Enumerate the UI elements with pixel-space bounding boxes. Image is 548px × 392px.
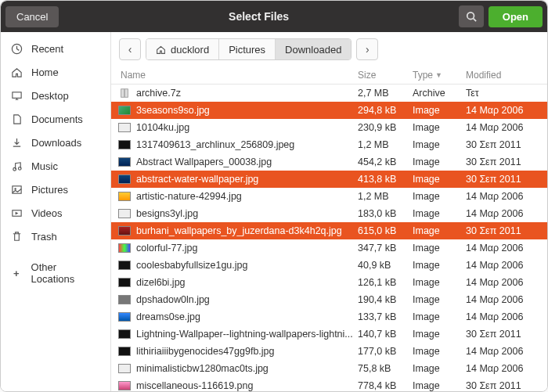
file-row[interactable]: dizel6bi.jpg126,1 kBImage14 Μαρ 2006	[111, 274, 547, 291]
file-row[interactable]: besigns3yl.jpg183,0 kBImage14 Μαρ 2006	[111, 205, 547, 222]
file-name: 10104ku.jpg	[136, 122, 358, 133]
file-list[interactable]: archive.7z2,7 MBArchiveΤετ3seasons9so.jp…	[111, 85, 547, 392]
file-row[interactable]: dpshadow0ln.jpg190,4 kBImage14 Μαρ 2006	[111, 291, 547, 308]
file-name: miscellaneous-116619.png	[136, 380, 358, 391]
file-name: 1317409613_archlinux_256809.jpeg	[136, 139, 358, 150]
file-size: 454,2 kB	[358, 156, 413, 167]
column-name[interactable]: Name	[117, 70, 358, 81]
window-title: Select Files	[59, 10, 458, 23]
file-row[interactable]: Lightning-Wallpaper--lightning-wallpaper…	[111, 325, 547, 343]
sidebar-item-documents[interactable]: Documents	[1, 107, 110, 131]
desktop-icon	[10, 89, 23, 102]
file-row[interactable]: burhani_wallpapers_by_juzerdana-d3k4h2q.…	[111, 222, 547, 239]
svg-point-0	[467, 13, 474, 20]
file-type: Image	[413, 380, 466, 391]
column-modified[interactable]: Modified	[466, 70, 536, 81]
file-type: Archive	[413, 88, 466, 99]
sidebar-item-label: Music	[31, 160, 58, 172]
file-row[interactable]: minimalisticbw1280mac0ts.jpg75,8 kBImage…	[111, 360, 547, 377]
sidebar-item-other-locations[interactable]: + Other Locations	[1, 256, 110, 290]
file-icon	[117, 156, 132, 167]
crumb-downloaded[interactable]: Downloaded	[276, 39, 351, 59]
file-row[interactable]: lithiriaiiibygenocides47gg9fb.jpg177,0 k…	[111, 343, 547, 360]
sidebar-item-trash[interactable]: Trash	[1, 225, 110, 248]
file-name: burhani_wallpapers_by_juzerdana-d3k4h2q.…	[136, 225, 358, 236]
file-size: 294,8 kB	[358, 105, 413, 116]
cancel-button[interactable]: Cancel	[5, 6, 59, 27]
file-modified: 14 Μαρ 2006	[466, 346, 536, 357]
chevron-left-icon: ‹	[128, 43, 132, 56]
file-name: minimalisticbw1280mac0ts.jpg	[136, 363, 358, 374]
file-modified: 14 Μαρ 2006	[466, 363, 536, 374]
search-button[interactable]	[459, 5, 484, 27]
file-name: abstract-water-wallpaper.jpg	[136, 174, 358, 185]
sidebar-item-downloads[interactable]: Downloads	[1, 131, 110, 154]
sidebar-item-music[interactable]: Music	[1, 154, 110, 178]
sidebar-item-desktop[interactable]: Desktop	[1, 84, 110, 107]
file-name: lithiriaiiibygenocides47gg9fb.jpg	[136, 346, 358, 357]
file-type: Image	[413, 243, 466, 254]
sidebar-item-home[interactable]: Home	[1, 60, 110, 84]
sidebar-item-videos[interactable]: Videos	[1, 201, 110, 225]
column-size[interactable]: Size	[358, 70, 413, 81]
file-type: Image	[413, 311, 466, 322]
file-modified: 30 Σεπ 2011	[466, 329, 536, 340]
column-type[interactable]: Type▼	[413, 70, 466, 81]
file-icon	[117, 260, 132, 271]
nav-back-button[interactable]: ‹	[119, 38, 141, 60]
file-name: coolesbabyfullsize1gu.jpg	[136, 260, 358, 271]
documents-icon	[10, 113, 23, 125]
crumb-home[interactable]: ducklord	[146, 39, 219, 59]
sidebar-item-label: Downloads	[31, 137, 81, 149]
svg-point-7	[14, 188, 16, 189]
sidebar-item-recent[interactable]: Recent	[1, 37, 110, 60]
chevron-right-icon: ›	[366, 43, 370, 56]
file-type: Image	[413, 122, 466, 133]
file-size: 2,7 MB	[358, 88, 413, 99]
file-type: Image	[413, 208, 466, 219]
file-name: Abstract Wallpapers_00038.jpg	[136, 156, 358, 167]
file-modified: 14 Μαρ 2006	[466, 122, 536, 133]
file-modified: 30 Σεπ 2011	[466, 156, 536, 167]
svg-point-4	[13, 167, 16, 171]
file-icon	[117, 329, 132, 340]
file-row[interactable]: 3seasons9so.jpg294,8 kBImage14 Μαρ 2006	[111, 102, 547, 119]
file-modified: 30 Σεπ 2011	[466, 225, 536, 236]
crumb-pictures[interactable]: Pictures	[219, 39, 276, 59]
file-type: Image	[413, 225, 466, 236]
file-row[interactable]: dreams0se.jpg133,7 kBImage14 Μαρ 2006	[111, 308, 547, 325]
sidebar: Recent Home Desktop Documents Downloads …	[1, 32, 111, 392]
main-panel: ‹ ducklord Pictures Downloaded › Name S	[111, 32, 547, 392]
svg-rect-10	[124, 89, 125, 98]
file-icon	[117, 139, 132, 150]
file-size: 615,0 kB	[358, 225, 413, 236]
file-row[interactable]: archive.7z2,7 MBArchiveΤετ	[111, 85, 547, 102]
file-size: 177,0 kB	[358, 346, 413, 357]
file-type: Image	[413, 277, 466, 288]
open-button[interactable]: Open	[489, 6, 543, 27]
file-icon	[117, 105, 132, 116]
file-row[interactable]: miscellaneous-116619.png778,4 kBImage30 …	[111, 377, 547, 392]
file-size: 190,4 kB	[358, 294, 413, 305]
file-icon	[117, 243, 132, 254]
file-row[interactable]: Abstract Wallpapers_00038.jpg454,2 kBIma…	[111, 153, 547, 171]
nav-forward-button[interactable]: ›	[356, 38, 378, 60]
file-row[interactable]: coolesbabyfullsize1gu.jpg40,9 kBImage14 …	[111, 257, 547, 274]
sidebar-item-label: Videos	[31, 207, 63, 219]
file-row[interactable]: abstract-water-wallpaper.jpg413,8 kBImag…	[111, 171, 547, 188]
file-type: Image	[413, 105, 466, 116]
file-row[interactable]: 10104ku.jpg230,9 kBImage14 Μαρ 2006	[111, 119, 547, 136]
sidebar-item-pictures[interactable]: Pictures	[1, 178, 110, 201]
file-name: dpshadow0ln.jpg	[136, 294, 358, 305]
sidebar-item-label: Desktop	[31, 90, 69, 102]
file-icon	[117, 208, 132, 219]
file-row[interactable]: 1317409613_archlinux_256809.jpeg1,2 MBIm…	[111, 136, 547, 153]
file-row[interactable]: artistic-nature-42994.jpg1,2 MBImage14 Μ…	[111, 188, 547, 205]
file-name: artistic-nature-42994.jpg	[136, 191, 358, 202]
pictures-icon	[10, 183, 23, 196]
file-size: 1,2 MB	[358, 191, 413, 202]
sidebar-item-label: Trash	[31, 231, 57, 243]
file-size: 133,7 kB	[358, 311, 413, 322]
file-size: 40,9 kB	[358, 260, 413, 271]
file-row[interactable]: colorful-77.jpg347,7 kBImage14 Μαρ 2006	[111, 239, 547, 257]
